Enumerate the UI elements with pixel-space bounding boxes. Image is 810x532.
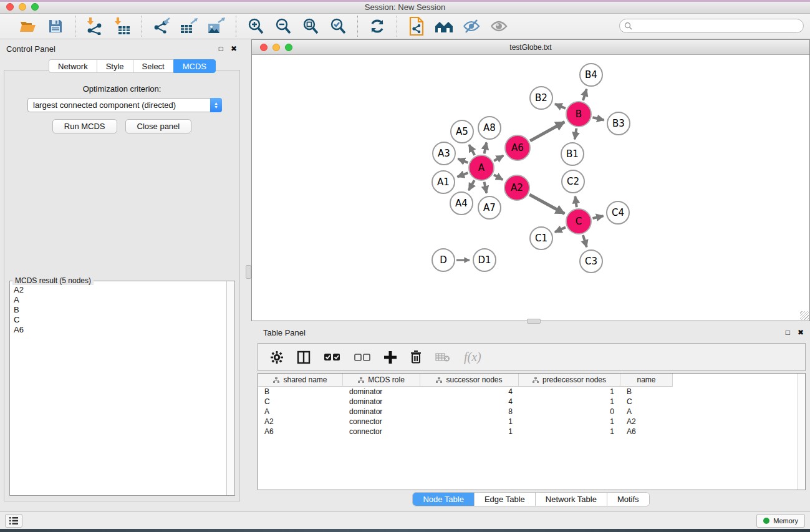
graph-node-D1[interactable]: D1 [473, 248, 496, 272]
first-neighbors-icon[interactable] [433, 16, 455, 36]
function-builder-icon[interactable]: f(x) [464, 350, 481, 364]
search-box[interactable] [619, 19, 804, 33]
open-file-icon[interactable] [17, 16, 39, 36]
graph-edge-A-A6[interactable] [494, 156, 503, 161]
graph-edge-B-B2[interactable] [555, 104, 566, 109]
graph-node-C3[interactable]: C3 [579, 249, 603, 273]
graph-node-A1[interactable]: A1 [432, 170, 455, 194]
tab-mcds[interactable]: MCDS [173, 59, 216, 73]
zoom-fit-icon[interactable] [300, 16, 321, 36]
deselect-all-checkboxes-icon[interactable] [354, 353, 370, 362]
refresh-view-icon[interactable] [367, 16, 388, 36]
close-panel-button[interactable]: Close panel [125, 119, 192, 133]
zoom-selected-icon[interactable] [327, 16, 349, 36]
delete-table-icon[interactable] [435, 352, 450, 362]
table-row[interactable]: A2 connector 1 1 A2 [258, 417, 805, 427]
column-header-predecessor-nodes[interactable]: predecessor nodes [519, 374, 620, 387]
table-row[interactable]: A dominator 8 0 A [258, 407, 805, 417]
graph-edge-A6-B[interactable] [530, 122, 564, 141]
graph-node-A2[interactable]: A2 [504, 175, 530, 201]
network-window-titlebar[interactable]: testGlobe.txt [252, 40, 809, 55]
graph-node-B4[interactable]: B4 [579, 63, 603, 87]
result-item[interactable]: B [14, 305, 226, 315]
tab-network-table[interactable]: Network Table [536, 493, 607, 506]
graph-edge-A-A1[interactable] [457, 173, 468, 177]
table-settings-icon[interactable] [271, 351, 283, 364]
tab-select[interactable]: Select [133, 59, 173, 73]
show-panels-button[interactable] [5, 514, 22, 528]
graph-node-A6[interactable]: A6 [504, 135, 531, 161]
mcds-result-list[interactable]: A2 A B C A6 [11, 285, 226, 495]
graph-edge-A-A4[interactable] [469, 180, 475, 190]
export-table-icon[interactable] [178, 16, 200, 36]
graph-node-A7[interactable]: A7 [478, 196, 501, 220]
export-network-icon[interactable] [151, 16, 172, 36]
tab-edge-table[interactable]: Edge Table [475, 493, 536, 506]
graph-node-B3[interactable]: B3 [607, 112, 630, 135]
table-row[interactable]: B dominator 4 1 B [258, 387, 805, 397]
graph-edge-A-A7[interactable] [485, 182, 487, 193]
graph-edge-A-A2[interactable] [494, 175, 503, 180]
column-header-successor-nodes[interactable]: successor nodes [420, 374, 519, 387]
table-scrollbar[interactable] [798, 374, 805, 490]
import-table-icon[interactable] [112, 16, 133, 36]
float-table-panel-icon[interactable]: □ [786, 328, 790, 337]
export-image-icon[interactable] [206, 16, 227, 36]
graph-node-A4[interactable]: A4 [450, 191, 473, 215]
hide-selected-icon[interactable] [461, 16, 482, 36]
column-header-name[interactable]: name [620, 374, 673, 387]
graph-edge-A-A8[interactable] [485, 143, 487, 154]
column-header-shared-name[interactable]: shared name [258, 374, 343, 387]
table-row[interactable]: C dominator 4 1 C [258, 397, 805, 407]
graph-edge-C-C4[interactable] [592, 216, 603, 218]
graph-edge-B-B1[interactable] [575, 128, 577, 140]
graph-edge-C-C3[interactable] [583, 235, 587, 247]
panel-splitter-handle[interactable] [246, 265, 251, 279]
graph-node-D[interactable]: D [432, 248, 455, 272]
graph-node-B1[interactable]: B1 [561, 142, 584, 166]
tab-motifs[interactable]: Motifs [607, 493, 649, 506]
optimization-criterion-dropdown[interactable]: largest connected component (directed) ▲… [27, 98, 222, 112]
import-network-icon[interactable] [84, 16, 105, 36]
graph-edge-C-C1[interactable] [555, 227, 566, 232]
result-item[interactable]: A2 [14, 285, 226, 295]
graph-edge-B-B3[interactable] [592, 117, 604, 120]
window-resize-grip[interactable] [800, 311, 809, 320]
graph-edge-A2-C[interactable] [529, 195, 564, 214]
show-all-icon[interactable] [488, 16, 509, 36]
zoom-out-icon[interactable] [272, 16, 294, 36]
column-header-mcds-role[interactable]: MCDS role [343, 374, 420, 387]
close-table-panel-icon[interactable]: ✖ [798, 328, 804, 337]
graph-node-B[interactable]: B [566, 101, 592, 127]
network-canvas[interactable]: AA1A2A3A4A5A6A7A8BB1B2B3B4CC1C2C3C4DD1 [252, 55, 809, 321]
graph-node-A5[interactable]: A5 [450, 120, 474, 143]
select-all-checkboxes-icon[interactable] [324, 353, 340, 362]
graph-node-A8[interactable]: A8 [478, 116, 501, 140]
add-column-icon[interactable] [384, 351, 397, 364]
run-mcds-button[interactable]: Run MCDS [52, 119, 117, 133]
graph-edge-A-A5[interactable] [469, 145, 475, 155]
graph-node-C[interactable]: C [566, 208, 592, 235]
save-session-icon[interactable] [45, 16, 66, 36]
graph-edge-A-A3[interactable] [458, 159, 468, 163]
graph-node-C2[interactable]: C2 [561, 170, 585, 193]
graph-node-B2[interactable]: B2 [529, 86, 553, 110]
result-item[interactable]: A [14, 295, 226, 305]
memory-button[interactable]: Memory [756, 514, 805, 528]
graph-node-A[interactable]: A [468, 155, 494, 181]
float-panel-icon[interactable]: □ [219, 44, 223, 53]
tab-node-table[interactable]: Node Table [413, 493, 475, 506]
network-from-selection-icon[interactable] [406, 16, 427, 36]
result-scrollbar[interactable] [226, 281, 234, 495]
graph-edge-C-C2[interactable] [575, 196, 576, 207]
graph-node-C4[interactable]: C4 [606, 201, 630, 225]
result-item[interactable]: C [14, 315, 226, 325]
graph-node-C1[interactable]: C1 [529, 226, 553, 250]
tab-network[interactable]: Network [49, 59, 97, 73]
table-row[interactable]: A6 connector 1 1 A6 [258, 427, 805, 437]
close-panel-icon[interactable]: ✖ [231, 44, 237, 53]
delete-columns-icon[interactable] [410, 351, 422, 364]
graph-edge-B-B4[interactable] [583, 89, 587, 100]
search-input[interactable] [635, 21, 803, 32]
result-item[interactable]: A6 [14, 325, 226, 335]
